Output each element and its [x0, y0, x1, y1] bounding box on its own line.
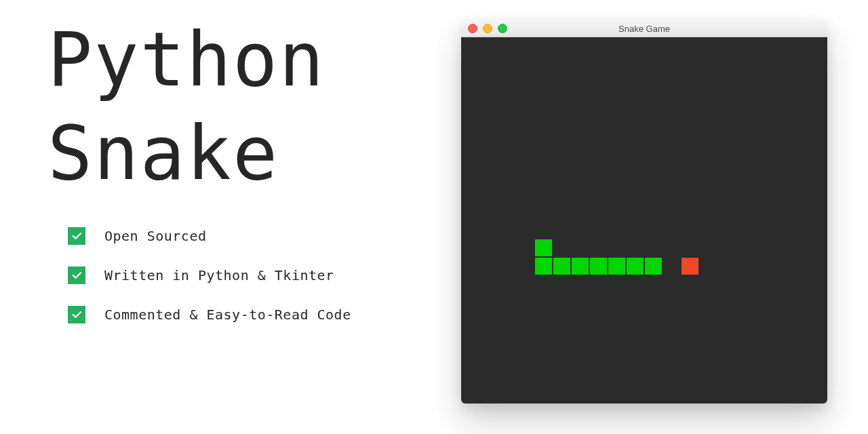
feature-list: Open Sourced Written in Python & Tkinter… [68, 227, 427, 323]
snake-segment [627, 258, 644, 275]
food [682, 258, 698, 275]
snake-segment [535, 239, 552, 256]
snake-segment [553, 258, 570, 275]
app-window: Snake Game [461, 20, 827, 403]
snake-segment [608, 258, 625, 275]
maximize-icon[interactable] [498, 24, 507, 33]
window-controls [468, 24, 507, 33]
snake-segment [590, 258, 607, 275]
minimize-icon[interactable] [483, 24, 492, 33]
page-title: Python Snake [47, 14, 427, 200]
feature-item: Open Sourced [68, 227, 427, 245]
window-title: Snake Game [461, 24, 827, 34]
window-titlebar[interactable]: Snake Game [461, 20, 827, 37]
feature-label: Open Sourced [104, 228, 207, 244]
snake-segment [572, 258, 589, 275]
close-icon[interactable] [468, 24, 477, 33]
title-line-1: Python [47, 16, 325, 103]
feature-item: Commented & Easy-to-Read Code [68, 306, 427, 323]
check-icon [68, 267, 85, 284]
check-icon [68, 227, 85, 245]
check-icon [68, 306, 85, 323]
snake-segment [645, 258, 662, 275]
feature-label: Commented & Easy-to-Read Code [104, 307, 351, 323]
feature-item: Written in Python & Tkinter [68, 267, 427, 284]
title-line-2: Snake [47, 110, 279, 197]
snake-segment [535, 258, 552, 275]
game-canvas[interactable] [461, 37, 827, 403]
feature-label: Written in Python & Tkinter [104, 267, 334, 283]
